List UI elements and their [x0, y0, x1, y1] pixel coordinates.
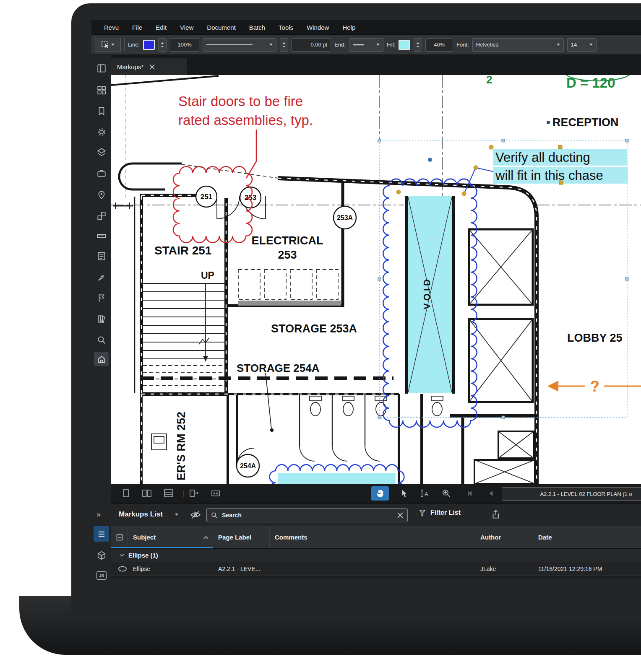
stair-interior — [143, 283, 224, 392]
column-page-label-text: Page Label — [218, 534, 251, 541]
red-cloud-markup[interactable]: Stair doors to be fire rated assemblies,… — [173, 93, 313, 243]
flag-icon[interactable] — [96, 293, 107, 303]
signature-pen-icon[interactable] — [96, 272, 107, 282]
3d-panel-cube-icon[interactable] — [96, 550, 107, 560]
collapse-all-cell[interactable] — [111, 526, 128, 548]
partial-next-row — [111, 576, 641, 579]
markups-search-box[interactable] — [206, 508, 408, 522]
floor-plan-canvas[interactable]: STAIR 251 UP ELECTRICAL 253 STORAGE 253A… — [111, 75, 641, 484]
chevron-down-icon[interactable] — [120, 554, 124, 557]
page-label-box[interactable]: A2.2.1 - LEVEL 02 FLOOR PLAN (1 o — [502, 487, 641, 501]
select-text-tool[interactable]: A — [418, 488, 431, 499]
green-dimension-markup[interactable]: D = 120 2 — [486, 75, 631, 91]
font-name-value: Helvetica — [476, 42, 498, 48]
menu-item-tools[interactable]: Tools — [272, 24, 300, 31]
previous-page-button[interactable] — [485, 488, 497, 499]
menu-item-file[interactable]: File — [125, 24, 149, 31]
line-color-swatch[interactable] — [143, 40, 155, 50]
menu-item-document[interactable]: Document — [200, 24, 242, 31]
search-input[interactable] — [221, 511, 394, 519]
font-size-combo[interactable]: 14 — [567, 38, 597, 52]
bottom-cloud-markup[interactable] — [270, 464, 404, 484]
chevron-down-icon — [376, 44, 380, 46]
left-panel-strip: » JS — [91, 55, 112, 581]
orange-arrow-markup[interactable]: ? — [547, 378, 641, 395]
zoom-tool[interactable] — [440, 488, 453, 499]
chevron-down-icon — [269, 44, 273, 46]
electrical-equipment — [238, 270, 338, 300]
measurements-ruler-icon[interactable] — [96, 231, 107, 241]
hide-markups-eye-slash-icon[interactable] — [190, 510, 201, 520]
expand-panel-button[interactable]: » — [96, 510, 107, 520]
column-subject[interactable]: Subject — [128, 526, 213, 548]
column-author-label: Author — [480, 534, 501, 541]
group-row-label: Ellipse (1) — [128, 552, 158, 559]
svg-text:ER'S RM 252: ER'S RM 252 — [175, 412, 188, 480]
markups-list-title[interactable]: Markups List — [119, 510, 163, 519]
fill-opacity-value[interactable]: 40% — [425, 38, 453, 52]
column-subject-label: Subject — [133, 534, 156, 541]
column-author[interactable]: Author — [475, 526, 533, 548]
3d-model-tool-selected[interactable] — [94, 352, 109, 366]
multi-page-view-icon[interactable] — [162, 488, 175, 499]
column-comments[interactable]: Comments — [270, 526, 475, 548]
column-date[interactable]: Date — [533, 526, 641, 548]
markups-summary-icon[interactable] — [96, 251, 107, 261]
bookmarks-icon[interactable] — [96, 106, 107, 116]
menu-item-revu[interactable]: Revu — [97, 24, 125, 31]
row-subject: Ellipse — [128, 562, 213, 576]
split-view-icon[interactable] — [141, 488, 153, 499]
fit-page-icon[interactable] — [209, 488, 222, 499]
spaces-pin-icon[interactable] — [96, 190, 107, 200]
group-row-ellipse[interactable]: Ellipse (1) — [111, 549, 641, 562]
menu-item-help[interactable]: Help — [336, 24, 362, 31]
3d-model-house-icon — [96, 354, 107, 364]
svg-text:Stair doors to be fire: Stair doors to be fire — [178, 93, 303, 109]
single-page-view-icon[interactable] — [120, 488, 132, 499]
menu-item-edit[interactable]: Edit — [149, 24, 173, 31]
filter-list-label: Filter List — [430, 509, 461, 516]
fill-color-swatch[interactable] — [399, 40, 410, 50]
close-icon[interactable] — [149, 64, 155, 70]
select-cursor-tool[interactable] — [397, 488, 410, 499]
settings-gear-icon[interactable] — [96, 127, 107, 137]
tool-chest-icon[interactable] — [96, 168, 107, 178]
svg-text:251: 251 — [201, 193, 212, 201]
font-combo[interactable]: Helvetica — [472, 38, 564, 52]
menu-item-window[interactable]: Window — [300, 24, 336, 31]
file-panels-icon[interactable] — [96, 63, 107, 73]
export-page-icon[interactable] — [188, 488, 200, 499]
chevron-down-icon[interactable] — [175, 514, 178, 516]
search-icon[interactable] — [96, 335, 107, 345]
select-tool-button[interactable] — [95, 38, 121, 52]
studio-sessions-icon[interactable] — [96, 314, 107, 324]
line-style-combo[interactable] — [203, 38, 276, 52]
javascript-panel-icon[interactable]: JS — [96, 571, 107, 580]
markup-row-ellipse[interactable]: Ellipse A2.2.1 - LEVE... JLake 11/18/202… — [111, 562, 641, 576]
menu-item-batch[interactable]: Batch — [242, 24, 272, 31]
first-page-button[interactable] — [464, 488, 476, 499]
svg-text:A: A — [425, 491, 428, 497]
markups-list-panel-button-selected[interactable] — [94, 526, 109, 542]
end-style-combo[interactable] — [349, 38, 383, 52]
layers-icon[interactable] — [96, 147, 107, 157]
thumbnails-icon[interactable] — [96, 85, 107, 95]
clear-search-icon[interactable] — [397, 512, 403, 518]
menu-item-view[interactable]: View — [173, 24, 200, 31]
fill-opacity-stepper[interactable] — [414, 38, 422, 52]
font-size-value: 14 — [571, 42, 577, 48]
filter-list-button[interactable]: Filter List — [419, 509, 461, 516]
app-window: Revu File Edit View Document Batch Tools… — [91, 20, 641, 581]
links-icon[interactable] — [96, 211, 107, 221]
tab-markups[interactable]: Markups* — [111, 58, 187, 75]
line-width-stepper[interactable] — [280, 38, 288, 52]
pan-hand-tool-selected[interactable] — [371, 486, 389, 501]
line-opacity-stepper[interactable] — [158, 38, 167, 52]
line-opacity-value[interactable]: 100% — [170, 38, 199, 52]
line-width-value[interactable]: 0.00 pt — [292, 38, 331, 52]
end-label: End: — [334, 42, 346, 48]
svg-text:STORAGE 253A: STORAGE 253A — [271, 322, 357, 335]
svg-text:STORAGE 254A: STORAGE 254A — [237, 362, 320, 374]
column-page-label[interactable]: Page Label — [213, 526, 270, 548]
export-share-icon[interactable] — [491, 509, 501, 520]
